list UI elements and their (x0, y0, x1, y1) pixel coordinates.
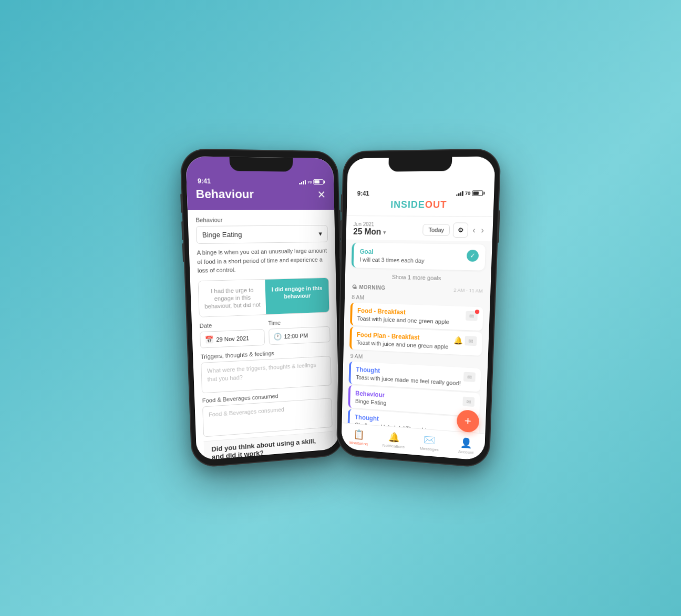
chevron-down-icon: ▾ (318, 230, 322, 238)
left-screen: 9:41 70 Beh (185, 156, 339, 460)
goal-content: Goal I will eat 3 times each day (359, 248, 425, 264)
left-time: 9:41 (198, 177, 211, 185)
app-logo: INSIDEOUT (355, 199, 485, 211)
right-battery-fill (473, 192, 479, 195)
signal-bars (299, 179, 306, 184)
filter-icon[interactable]: ⚙ (453, 222, 469, 238)
modal-title: Behaviour (195, 187, 254, 201)
goal-text: I will eat 3 times each day (359, 256, 425, 264)
account-icon: 👤 (460, 437, 472, 449)
right-signal (456, 191, 463, 196)
behaviour-field-label: Behaviour (195, 216, 327, 223)
close-button[interactable]: ✕ (317, 188, 326, 201)
logo-inside: INSIDE (390, 199, 425, 210)
calendar-icon: 📅 (205, 336, 214, 344)
behaviour-description: A binge is when you eat an unusually lar… (197, 247, 328, 275)
food-plan-icons: 🔔 ✉ (453, 335, 477, 346)
right-status-bar: 9:41 70 (355, 173, 486, 199)
notch-right (388, 157, 452, 171)
nav-messages[interactable]: ✉️ Messages (411, 431, 448, 455)
behaviour-dropdown[interactable]: Binge Eating ▾ (196, 225, 328, 244)
skill-button-bar[interactable] (212, 457, 326, 460)
date-input[interactable]: 📅 29 Nov 2021 (200, 329, 265, 348)
date-label: Date (199, 320, 264, 329)
goal-card: Goal I will eat 3 times each day ✓ (352, 243, 486, 271)
time-value: 12:00 PM (284, 332, 308, 340)
right-battery-label: 70 (465, 190, 471, 196)
date-field: Date 📅 29 Nov 2021 (199, 320, 264, 348)
behaviour-msg-icon[interactable]: ✉ (462, 397, 474, 407)
date-nav: Jun 2021 25 Mon ▾ Today ⚙ ‹ › (346, 216, 493, 241)
message-icon[interactable]: ✉ (466, 311, 478, 321)
battery-fill (314, 180, 319, 183)
date-info: Jun 2021 25 Mon ▾ (353, 221, 420, 237)
toggle-option-urge[interactable]: I had the urge to engage in this behavio… (199, 279, 266, 317)
goal-check-icon: ✓ (467, 250, 479, 262)
behaviour-selected-value: Binge Eating (202, 230, 242, 239)
entry-content: Behaviour Binge Eating (355, 390, 387, 406)
morning-label: 🌤 MORNING (352, 284, 386, 291)
behaviour-entry-title: Behaviour (355, 390, 387, 399)
notifications-icon: 🔔 (388, 431, 399, 443)
entry-content: Food - Breakfast Toast with juice and on… (357, 307, 450, 325)
today-button[interactable]: Today (422, 224, 450, 236)
battery-icon (313, 179, 324, 184)
right-time: 9:41 (357, 190, 370, 197)
right-screen: 9:41 70 INS (341, 156, 495, 460)
food-textarea[interactable]: Food & Beverages consumed (202, 398, 332, 437)
morning-time: 2 AM - 11 AM (453, 287, 483, 293)
nav-account[interactable]: 👤 Account (447, 434, 485, 458)
nav-monitoring[interactable]: 📋 Monitoring (341, 426, 376, 449)
sun-icon: 🌤 (352, 284, 357, 290)
food-breakfast-card: Food - Breakfast Toast with juice and on… (350, 303, 483, 331)
behaviour-entry-text: Binge Eating (355, 398, 387, 406)
phones-container: 9:41 70 Beh (188, 153, 493, 463)
time-input[interactable]: 🕐 12:00 PM (269, 326, 331, 345)
left-phone: 9:41 70 Beh (181, 149, 344, 467)
monitoring-label: Monitoring (349, 440, 368, 446)
left-status-icons: 70 (299, 179, 324, 184)
behaviour-title-row: Behaviour ✕ (195, 187, 326, 201)
messages-label: Messages (420, 446, 439, 453)
entry-content: Food Plan - Breakfast Toast with juice a… (356, 331, 449, 350)
toggle-group: I had the urge to engage in this behavio… (198, 277, 329, 317)
thought-icons: ✉ (463, 372, 476, 382)
notifications-label: Notifications (383, 443, 405, 449)
logo-out: OUT (425, 199, 447, 210)
time-field: Time 🕐 12:00 PM (268, 318, 331, 345)
datetime-row: Date 📅 29 Nov 2021 Time 🕐 12:00 PM (199, 318, 330, 349)
behaviour-icons: ✉ (462, 397, 474, 407)
day-label: 25 Mon (353, 227, 381, 237)
time-label: Time (268, 318, 330, 327)
account-label: Account (458, 449, 474, 455)
day-chevron-icon: ▾ (383, 229, 386, 235)
modal-body: Behaviour Binge Eating ▾ A binge is when… (188, 210, 340, 460)
entry-content: Thought Toast with juice made me feel re… (356, 366, 461, 386)
unread-dot (475, 310, 480, 314)
clock-icon: 🕐 (273, 333, 282, 341)
food-breakfast-icons: ✉ (466, 311, 478, 321)
bell-icon: 🔔 (453, 336, 463, 345)
food-placeholder: Food & Beverages consumed (209, 406, 284, 418)
messages-icon: ✉️ (424, 434, 435, 446)
skill-question: Did you think about using a skill, and d… (204, 432, 333, 461)
date-day: 25 Mon ▾ (353, 227, 419, 237)
prev-day-button[interactable]: ‹ (471, 225, 477, 235)
right-battery-icon (472, 190, 483, 196)
notch-left (229, 157, 293, 171)
triggers-placeholder: What were the triggers, thoughts & feeli… (207, 362, 316, 383)
thought-msg-icon[interactable]: ✉ (463, 372, 476, 382)
message-icon-2[interactable]: ✉ (465, 336, 477, 346)
goal-title: Goal (360, 248, 425, 256)
date-value: 29 Nov 2021 (216, 335, 249, 343)
toggle-option-did[interactable]: I did engage in this behaviour (265, 278, 329, 314)
right-status-icons: 70 (456, 190, 483, 196)
monitoring-icon: 📋 (353, 428, 364, 440)
right-phone: 9:41 70 INS (337, 149, 500, 467)
next-day-button[interactable]: › (480, 225, 485, 235)
triggers-textarea[interactable]: What were the triggers, thoughts & feeli… (201, 356, 332, 393)
nav-notifications[interactable]: 🔔 Notifications (376, 428, 411, 452)
battery-label: 70 (307, 180, 312, 184)
